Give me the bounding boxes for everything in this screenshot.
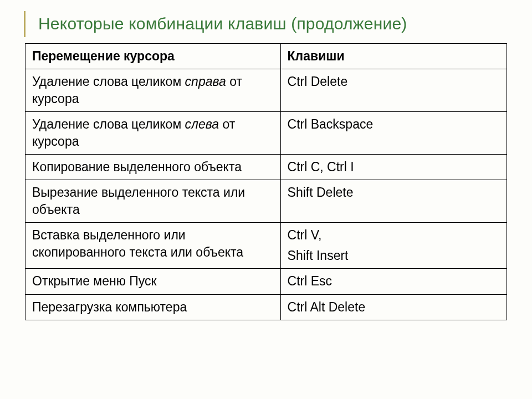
cell-keys: Ctrl C, Ctrl I — [280, 155, 507, 180]
cell-keys: Ctrl Alt Delete — [280, 294, 507, 320]
desc-italic: слева — [185, 117, 219, 131]
cell-keys: Ctrl Esc — [280, 269, 507, 294]
table-row: Удаление слова целиком слева от курсора … — [25, 112, 507, 155]
desc-pre: Открытие меню Пуск — [32, 274, 157, 288]
cell-keys: Ctrl V, Shift Insert — [280, 223, 507, 269]
cell-desc: Удаление слова целиком справа от курсора — [25, 69, 281, 112]
cell-desc: Копирование выделенного объекта — [25, 155, 281, 180]
table-row: Вырезание выделенного текста или объекта… — [25, 180, 507, 223]
table-row: Копирование выделенного объекта Ctrl C, … — [25, 155, 507, 180]
keys-line1: Ctrl V, — [288, 228, 322, 242]
table-row: Перезагрузка компьютера Ctrl Alt Delete — [25, 294, 507, 320]
header-col2: Клавиши — [280, 44, 507, 69]
cell-desc: Перезагрузка компьютера — [25, 294, 281, 320]
cell-keys: Shift Delete — [280, 180, 507, 223]
desc-pre: Удаление слова целиком — [32, 117, 185, 131]
cell-desc: Вставка выделенного или скопированного т… — [25, 223, 281, 269]
cell-desc: Удаление слова целиком слева от курсора — [25, 112, 281, 155]
cell-keys: Ctrl Backspace — [280, 112, 507, 155]
desc-pre: Вырезание выделенного текста или объекта — [32, 185, 245, 217]
accent-bar — [24, 11, 25, 37]
table-row: Удаление слова целиком справа от курсора… — [25, 69, 507, 112]
desc-pre: Копирование выделенного объекта — [32, 160, 242, 174]
cell-desc: Вырезание выделенного текста или объекта — [25, 180, 281, 223]
cell-keys: Ctrl Delete — [280, 69, 507, 112]
table-row: Вставка выделенного или скопированного т… — [25, 223, 507, 269]
desc-pre: Удаление слова целиком — [32, 74, 185, 89]
table-row: Открытие меню Пуск Ctrl Esc — [25, 269, 507, 294]
desc-italic: справа — [185, 74, 226, 89]
header-col1: Перемещение курсора — [25, 44, 281, 69]
desc-pre: Перезагрузка компьютера — [32, 300, 187, 314]
table-header-row: Перемещение курсора Клавиши — [25, 44, 507, 69]
cell-desc: Открытие меню Пуск — [25, 269, 281, 294]
desc-pre: Вставка выделенного или скопированного т… — [32, 228, 243, 259]
keys-line2: Shift Insert — [288, 247, 501, 264]
shortcuts-table: Перемещение курсора Клавиши Удаление сло… — [25, 43, 507, 320]
page-title: Некоторые комбинации клавиш (продолжение… — [25, 11, 507, 33]
